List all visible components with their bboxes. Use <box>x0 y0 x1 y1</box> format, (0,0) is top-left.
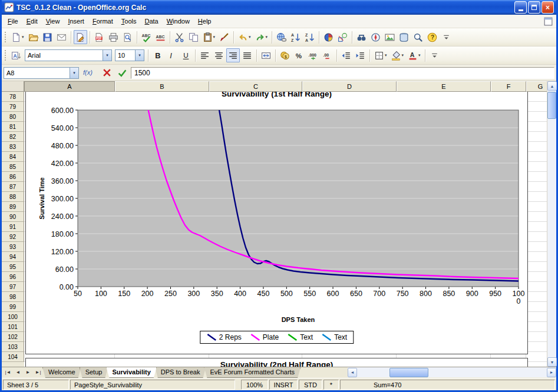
row-header-86[interactable]: 86 <box>2 172 24 182</box>
bold-button[interactable]: B <box>151 48 164 62</box>
maximize-button[interactable] <box>528 1 540 14</box>
accept-button[interactable] <box>115 66 129 80</box>
undo-button[interactable]: ▾ <box>236 30 253 44</box>
scroll-up-button[interactable]: ▲ <box>547 81 557 91</box>
cancel-button[interactable] <box>100 66 114 80</box>
first-sheet-button[interactable]: |◄ <box>3 367 13 377</box>
row-header-104[interactable]: 104 <box>2 352 24 362</box>
sheet-tab-setup[interactable]: Setup <box>80 367 108 378</box>
column-header-f[interactable]: F <box>491 81 526 92</box>
copy-button[interactable] <box>187 30 200 44</box>
horizontal-scrollbar[interactable]: ◄ ► <box>348 367 556 377</box>
row-header-84[interactable]: 84 <box>2 152 24 162</box>
underline-button[interactable]: U <box>179 48 193 62</box>
menu-file[interactable]: File <box>4 16 22 26</box>
data-sources-button[interactable] <box>397 30 411 44</box>
menu-format[interactable]: Format <box>88 16 117 26</box>
modified-flag[interactable]: * <box>323 380 339 390</box>
navigator-button[interactable] <box>369 30 382 44</box>
row-header-81[interactable]: 81 <box>2 122 24 132</box>
vertical-scroll-thumb[interactable] <box>547 92 556 119</box>
font-size-combo[interactable]: 10▾ <box>115 49 144 61</box>
row-header-98[interactable]: 98 <box>2 292 24 302</box>
menu-window[interactable]: Window <box>163 16 194 26</box>
page-style[interactable]: PageStyle_Survivability <box>70 380 235 390</box>
new-document-button[interactable]: ▾ <box>9 30 26 44</box>
column-header-d[interactable]: D <box>302 81 397 92</box>
cut-button[interactable] <box>173 30 186 44</box>
survivability-chart-object[interactable]: Survivability (1st Half Range) 0.0060.00… <box>25 92 528 354</box>
sort-descending-button[interactable]: ZA <box>303 30 316 44</box>
sheet-tab-survivability[interactable]: Survivability <box>106 367 156 378</box>
row-header-96[interactable]: 96 <box>2 272 24 282</box>
row-header-97[interactable]: 97 <box>2 282 24 292</box>
row-header-100[interactable]: 100 <box>2 312 24 322</box>
row-header-94[interactable]: 94 <box>2 252 24 262</box>
row-header-82[interactable]: 82 <box>2 132 24 142</box>
row-header-91[interactable]: 91 <box>2 222 24 232</box>
toolbar-options-button[interactable] <box>428 48 441 62</box>
dropdown-arrow-icon[interactable]: ▾ <box>249 35 251 39</box>
scroll-right-button[interactable]: ► <box>547 368 556 377</box>
font-name-combo-arrow[interactable]: ▾ <box>103 50 111 61</box>
increase-indent-button[interactable] <box>354 48 367 62</box>
row-header-89[interactable]: 89 <box>2 202 24 212</box>
formula-input[interactable]: 1500 <box>131 67 554 79</box>
menu-help[interactable]: Help <box>194 16 216 26</box>
cell-reference-dropdown[interactable]: ▾ <box>70 68 78 78</box>
vertical-scrollbar[interactable]: ▲ ▼ <box>547 81 556 367</box>
spreadsheet-grid[interactable]: Survivability (1st Half Range) 0.0060.00… <box>24 92 547 367</box>
previous-sheet-button[interactable]: ◄ <box>13 367 23 377</box>
column-header-a[interactable]: A <box>24 81 115 92</box>
row-header-101[interactable]: 101 <box>2 322 24 332</box>
dropdown-arrow-icon[interactable]: ▾ <box>213 35 216 39</box>
column-header-b[interactable]: B <box>115 81 209 92</box>
autospellcheck-button[interactable]: ABC <box>154 30 167 44</box>
sum-display[interactable]: Sum=470 <box>340 380 555 390</box>
redo-button[interactable]: ▾ <box>253 30 270 44</box>
font-name-combo[interactable]: Arial▾ <box>25 49 112 61</box>
row-header-95[interactable]: 95 <box>2 262 24 272</box>
dropdown-arrow-icon[interactable]: ▾ <box>22 35 24 39</box>
gallery-button[interactable] <box>383 30 397 44</box>
hyperlink-button[interactable] <box>275 30 288 44</box>
sheet-position[interactable]: Sheet 3 / 5 <box>3 380 69 390</box>
selection-mode[interactable]: STD <box>299 380 322 390</box>
row-header-79[interactable]: 79 <box>2 102 24 112</box>
draw-functions-button[interactable] <box>336 30 349 44</box>
last-sheet-button[interactable]: ►| <box>33 367 43 377</box>
dropdown-arrow-icon[interactable]: ▾ <box>385 53 387 58</box>
row-header-99[interactable]: 99 <box>2 302 24 312</box>
print-button[interactable] <box>107 30 120 44</box>
merge-cells-button[interactable] <box>259 48 273 62</box>
percent-button[interactable]: % <box>292 48 306 62</box>
row-header-83[interactable]: 83 <box>2 142 24 152</box>
scroll-left-button[interactable]: ◄ <box>348 368 357 377</box>
cell-reference-box[interactable]: A8 ▾ <box>4 67 79 79</box>
next-sheet-button[interactable]: ► <box>23 367 33 377</box>
scroll-down-button[interactable]: ▼ <box>547 357 557 367</box>
insert-chart-button[interactable] <box>322 30 335 44</box>
sort-ascending-button[interactable]: AZ <box>289 30 302 44</box>
italic-button[interactable]: I <box>165 48 179 62</box>
email-button[interactable] <box>55 30 68 44</box>
title-bar[interactable]: TSC_0.1.2 Clean - OpenOffice.org Calc × <box>2 0 556 15</box>
paste-button[interactable]: ▾ <box>201 30 217 44</box>
dropdown-arrow-icon[interactable]: ▾ <box>402 53 404 58</box>
select-all-corner[interactable] <box>2 81 24 92</box>
menu-insert[interactable]: Insert <box>64 16 88 26</box>
font-color-button[interactable]: A▾ <box>406 48 422 62</box>
font-size-combo-arrow[interactable]: ▾ <box>135 50 144 61</box>
export-pdf-button[interactable]: PDF <box>93 30 106 44</box>
menu-view[interactable]: View <box>42 16 64 26</box>
borders-button[interactable]: ▾ <box>372 48 389 62</box>
row-header-78[interactable]: 78 <box>2 92 24 102</box>
delete-decimal-button[interactable]: .00 <box>321 48 334 62</box>
row-header-92[interactable]: 92 <box>2 232 24 242</box>
sheet-tab-dps-to-break[interactable]: DPS to Break <box>155 367 206 378</box>
row-header-93[interactable]: 93 <box>2 242 24 252</box>
document-window-icon[interactable] <box>543 16 553 26</box>
dropdown-arrow-icon[interactable]: ▾ <box>418 53 421 58</box>
menu-data[interactable]: Data <box>140 16 162 26</box>
vertical-scroll-track[interactable] <box>547 91 556 357</box>
